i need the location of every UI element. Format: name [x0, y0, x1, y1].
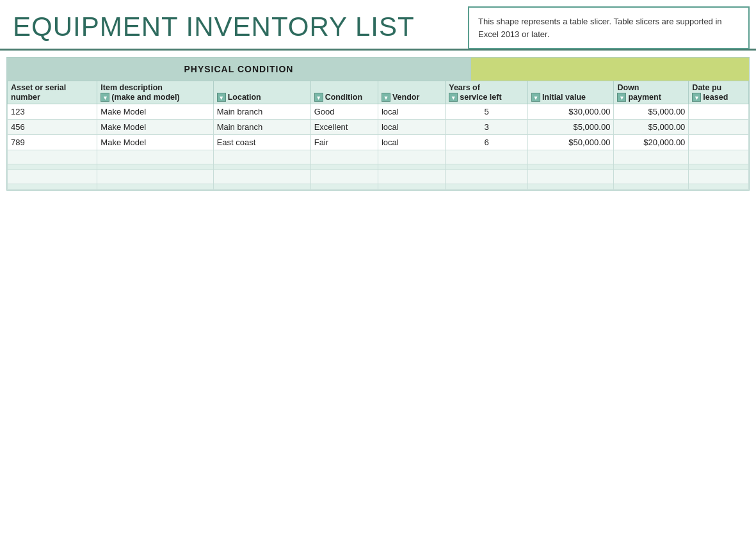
- filter-icon-down[interactable]: ▼: [617, 93, 626, 102]
- col-vendor-line2: Vendor: [392, 93, 419, 102]
- col-header-years-2: ▼ service left: [446, 92, 528, 104]
- slicer-text: This shape represents a table slicer. Ta…: [478, 17, 722, 39]
- table-cell: [527, 170, 614, 184]
- col-down-line2: payment: [628, 93, 661, 102]
- table-row: [8, 170, 749, 184]
- col-header-asset-2: number: [8, 92, 97, 104]
- filter-icon-years[interactable]: ▼: [449, 93, 458, 102]
- table-row: [8, 164, 749, 170]
- table-cell: [97, 184, 213, 190]
- col-header-vendor-1: [378, 81, 445, 93]
- table-cell: 456: [8, 120, 97, 135]
- table-header-row-1: Asset or serial Item description Years o…: [8, 81, 749, 93]
- col-header-down-2: ▼ payment: [614, 92, 689, 104]
- table-cell: [8, 170, 97, 184]
- table-cell: [689, 135, 749, 150]
- table-cell: $5,000.00: [527, 120, 614, 135]
- table-cell: [213, 150, 310, 164]
- filter-icon-item[interactable]: ▼: [101, 93, 109, 102]
- filter-icon-leased[interactable]: ▼: [692, 93, 701, 102]
- table-wrapper: PHYSICAL CONDITION Asset or serial Item …: [6, 57, 750, 191]
- table-cell: local: [378, 120, 445, 135]
- col-header-down-1: Down: [614, 81, 689, 93]
- filter-icon-location[interactable]: ▼: [217, 93, 226, 102]
- table-cell: [689, 104, 749, 120]
- table-cell: [8, 150, 97, 164]
- col-years-line1: Years of: [449, 83, 480, 92]
- table-cell: $50,000.00: [527, 135, 614, 150]
- table-cell: 5: [446, 104, 528, 120]
- table-cell: Fair: [310, 135, 378, 150]
- col-header-initial-1: [527, 81, 614, 93]
- table-cell: [689, 170, 749, 184]
- table-cell: [378, 150, 445, 164]
- col-header-condition-2: ▼ Condition: [310, 92, 378, 104]
- table-cell: [310, 164, 378, 170]
- table-cell: [614, 164, 689, 170]
- col-leased-line2: leased: [703, 93, 728, 102]
- col-header-item-2: ▼ (make and model): [97, 92, 213, 104]
- table-cell: [8, 164, 97, 170]
- table-cell: [310, 170, 378, 184]
- table-cell: [614, 170, 689, 184]
- col-asset-line2: number: [11, 93, 40, 102]
- table-body: 123Make ModelMain branchGoodlocal5$30,00…: [8, 104, 749, 190]
- physical-condition-banner: PHYSICAL CONDITION: [7, 58, 749, 81]
- col-header-initial-2: ▼ Initial value: [527, 92, 614, 104]
- table-cell: Main branch: [213, 104, 310, 120]
- table-cell: Good: [310, 104, 378, 120]
- table-cell: [446, 164, 528, 170]
- filter-icon-vendor[interactable]: ▼: [382, 93, 390, 102]
- table-cell: [97, 150, 213, 164]
- col-asset-line1: Asset or serial: [11, 83, 66, 92]
- table-cell: [689, 184, 749, 190]
- col-header-vendor-2: ▼ Vendor: [378, 92, 445, 104]
- col-item-line1: Item description: [101, 83, 163, 92]
- filter-icon-initial[interactable]: ▼: [531, 93, 540, 102]
- table-cell: $30,000.00: [527, 104, 614, 120]
- table-row: 123Make ModelMain branchGoodlocal5$30,00…: [8, 104, 749, 120]
- table-cell: Make Model: [97, 135, 213, 150]
- col-leased-line1: Date pu: [692, 83, 721, 92]
- physical-condition-label: PHYSICAL CONDITION: [7, 58, 471, 81]
- table-cell: 789: [8, 135, 97, 150]
- table-cell: [527, 184, 614, 190]
- col-initial-line2: Initial value: [542, 93, 586, 102]
- table-row: [8, 150, 749, 164]
- table-cell: 123: [8, 104, 97, 120]
- table-cell: [446, 184, 528, 190]
- table-cell: 3: [446, 120, 528, 135]
- table-cell: Excellent: [310, 120, 378, 135]
- col-header-condition-1: [310, 81, 378, 93]
- table-cell: [689, 120, 749, 135]
- table-row: 456Make ModelMain branchExcellentlocal3$…: [8, 120, 749, 135]
- table-cell: $5,000.00: [614, 104, 689, 120]
- table-cell: [446, 170, 528, 184]
- table-cell: [378, 184, 445, 190]
- table-cell: Make Model: [97, 104, 213, 120]
- col-header-location-2: ▼ Location: [213, 92, 310, 104]
- filter-icon-condition[interactable]: ▼: [314, 93, 323, 102]
- table-cell: [614, 150, 689, 164]
- table-cell: Make Model: [97, 120, 213, 135]
- table-cell: [378, 164, 445, 170]
- col-condition-line2: Condition: [325, 93, 362, 102]
- col-location-line2: Location: [228, 93, 261, 102]
- table-cell: [97, 164, 213, 170]
- col-down-line1: Down: [617, 83, 639, 92]
- table-cell: [213, 170, 310, 184]
- table-cell: [689, 150, 749, 164]
- table-cell: local: [378, 135, 445, 150]
- table-cell: [97, 170, 213, 184]
- table-cell: 6: [446, 135, 528, 150]
- col-header-leased-2: ▼ leased: [689, 92, 749, 104]
- table-cell: [310, 150, 378, 164]
- table-cell: [8, 184, 97, 190]
- table-cell: [527, 164, 614, 170]
- col-header-years-1: Years of: [446, 81, 528, 93]
- col-header-leased-1: Date pu: [689, 81, 749, 93]
- table-cell: [689, 164, 749, 170]
- table-cell: [527, 150, 614, 164]
- page-title: EQUIPMENT INVENTORY LIST: [13, 12, 415, 42]
- table-cell: $5,000.00: [614, 120, 689, 135]
